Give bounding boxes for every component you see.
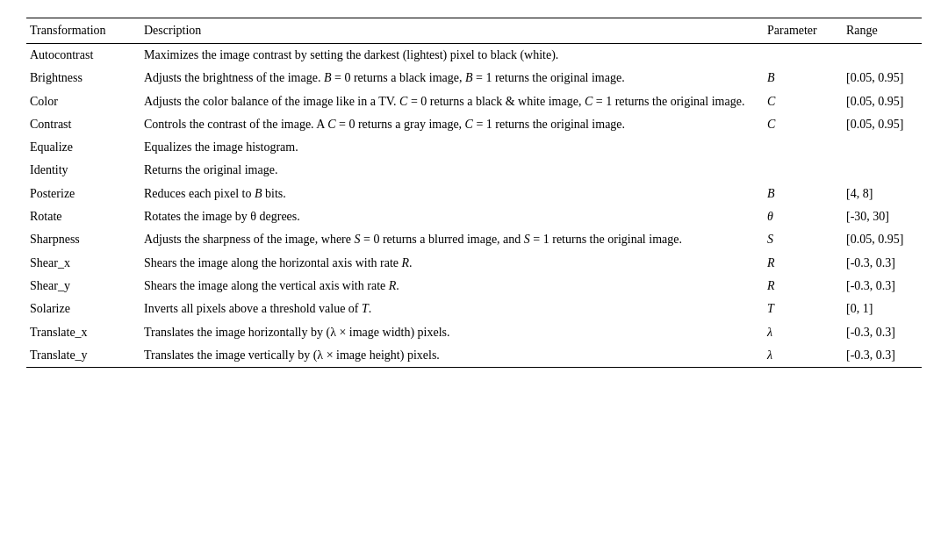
cell-range (843, 44, 922, 68)
cell-transformation: Translate_x (26, 321, 140, 344)
cell-description: Reduces each pixel to B bits. (140, 183, 764, 205)
table-row: Translate_yTranslates the image vertical… (26, 344, 922, 368)
cell-parameter: λ (764, 321, 843, 344)
cell-description: Inverts all pixels above a threshold val… (140, 298, 764, 320)
cell-parameter: θ (764, 205, 843, 228)
table-row: BrightnessAdjusts the brightness of the … (26, 67, 922, 90)
cell-range: [-30, 30] (843, 205, 922, 228)
cell-range (843, 136, 922, 159)
cell-range: [-0.3, 0.3] (843, 344, 922, 368)
table-header-row: Transformation Description Parameter Ran… (26, 18, 922, 44)
cell-transformation: Translate_y (26, 344, 140, 368)
table-row: Shear_yShears the image along the vertic… (26, 275, 922, 298)
cell-parameter (764, 136, 843, 159)
cell-description: Returns the original image. (140, 159, 764, 182)
table-row: SolarizeInverts all pixels above a thres… (26, 298, 922, 320)
table-row: RotateRotates the image by θ degrees.θ[-… (26, 205, 922, 228)
table-row: SharpnessAdjusts the sharpness of the im… (26, 228, 922, 251)
transformations-table: Transformation Description Parameter Ran… (26, 18, 922, 368)
table-row: EqualizeEqualizes the image histogram. (26, 136, 922, 159)
cell-transformation: Rotate (26, 205, 140, 228)
cell-range: [0.05, 0.95] (843, 113, 922, 136)
cell-parameter: B (764, 183, 843, 205)
cell-parameter: S (764, 228, 843, 251)
cell-description: Equalizes the image histogram. (140, 136, 764, 159)
cell-parameter: B (764, 67, 843, 90)
cell-range: [-0.3, 0.3] (843, 321, 922, 344)
header-transformation: Transformation (26, 18, 140, 44)
cell-description: Adjusts the sharpness of the image, wher… (140, 228, 764, 251)
cell-transformation: Shear_y (26, 275, 140, 298)
table-row: Translate_xTranslates the image horizont… (26, 321, 922, 344)
cell-parameter (764, 44, 843, 68)
cell-transformation: Autocontrast (26, 44, 140, 68)
cell-description: Shears the image along the horizontal ax… (140, 252, 764, 275)
table-row: ColorAdjusts the color balance of the im… (26, 90, 922, 113)
cell-range: [-0.3, 0.3] (843, 275, 922, 298)
table-row: PosterizeReduces each pixel to B bits.B[… (26, 183, 922, 205)
cell-transformation: Sharpness (26, 228, 140, 251)
cell-transformation: Brightness (26, 67, 140, 90)
table-row: IdentityReturns the original image. (26, 159, 922, 182)
cell-description: Adjusts the brightness of the image. B =… (140, 67, 764, 90)
table-row: AutocontrastMaximizes the image contrast… (26, 44, 922, 68)
cell-transformation: Shear_x (26, 252, 140, 275)
cell-parameter: C (764, 113, 843, 136)
cell-description: Controls the contrast of the image. A C … (140, 113, 764, 136)
header-parameter: Parameter (764, 18, 843, 44)
table-row: ContrastControls the contrast of the ima… (26, 113, 922, 136)
cell-parameter: R (764, 275, 843, 298)
cell-description: Shears the image along the vertical axis… (140, 275, 764, 298)
cell-transformation: Solarize (26, 298, 140, 320)
cell-range: [4, 8] (843, 183, 922, 205)
cell-parameter: λ (764, 344, 843, 368)
table-row: Shear_xShears the image along the horizo… (26, 252, 922, 275)
header-description: Description (140, 18, 764, 44)
cell-range: [-0.3, 0.3] (843, 252, 922, 275)
cell-parameter: C (764, 90, 843, 113)
cell-description: Translates the image vertically by (λ × … (140, 344, 764, 368)
cell-transformation: Equalize (26, 136, 140, 159)
cell-description: Rotates the image by θ degrees. (140, 205, 764, 228)
cell-transformation: Color (26, 90, 140, 113)
cell-parameter (764, 159, 843, 182)
cell-range: [0.05, 0.95] (843, 90, 922, 113)
header-range: Range (843, 18, 922, 44)
cell-range (843, 159, 922, 182)
cell-description: Maximizes the image contrast by setting … (140, 44, 764, 68)
cell-parameter: T (764, 298, 843, 320)
cell-range: [0.05, 0.95] (843, 228, 922, 251)
cell-transformation: Identity (26, 159, 140, 182)
cell-transformation: Contrast (26, 113, 140, 136)
cell-parameter: R (764, 252, 843, 275)
cell-range: [0.05, 0.95] (843, 67, 922, 90)
cell-range: [0, 1] (843, 298, 922, 320)
cell-transformation: Posterize (26, 183, 140, 205)
cell-description: Translates the image horizontally by (λ … (140, 321, 764, 344)
cell-description: Adjusts the color balance of the image l… (140, 90, 764, 113)
